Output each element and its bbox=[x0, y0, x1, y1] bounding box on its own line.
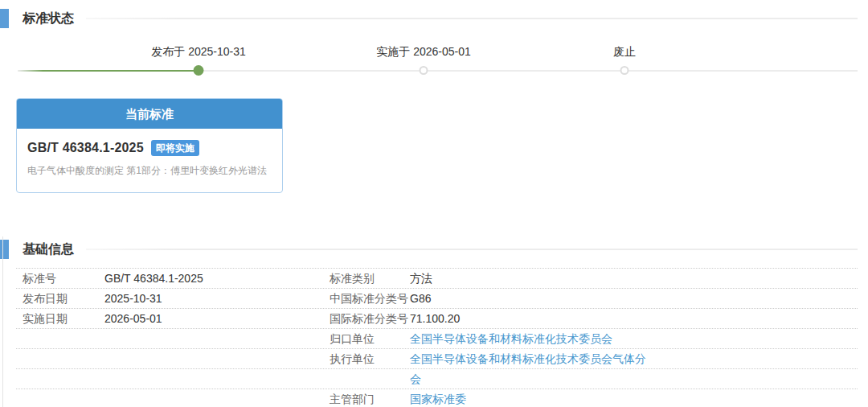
section-divider bbox=[86, 249, 858, 250]
field-label-centralized-unit: 归口单位 bbox=[321, 329, 402, 348]
standard-detail-page: 标准状态 发布于 2025-10-31 实施于 2026-05-01 废止 当前… bbox=[0, 0, 868, 407]
status-badge: 即将实施 bbox=[151, 140, 199, 156]
centralized-unit-link[interactable]: 全国半导体设备和材料标准化技术委员会 bbox=[410, 332, 612, 345]
timeline-dot-abolished bbox=[620, 66, 629, 75]
table-row: 执行单位 全国半导体设备和材料标准化技术委员会气体分 bbox=[16, 349, 858, 369]
basic-info-section: 基础信息 标准号 GB/T 46384.1-2025 标准类别 方法 发布日期 … bbox=[0, 239, 868, 407]
basic-info-table: 标准号 GB/T 46384.1-2025 标准类别 方法 发布日期 2025-… bbox=[16, 268, 858, 407]
field-label-empty bbox=[321, 369, 402, 388]
status-section: 标准状态 发布于 2025-10-31 实施于 2026-05-01 废止 当前… bbox=[0, 0, 868, 193]
executive-unit-link[interactable]: 全国半导体设备和材料标准化技术委员会气体分 bbox=[410, 352, 646, 365]
status-timeline: 发布于 2025-10-31 实施于 2026-05-01 废止 bbox=[0, 29, 868, 80]
executive-unit-link-wrap[interactable]: 会 bbox=[410, 372, 421, 385]
field-value-ics-code: 71.100.20 bbox=[402, 309, 858, 328]
status-section-title: 标准状态 bbox=[23, 10, 74, 27]
field-label-empty bbox=[16, 349, 98, 368]
current-standard-card[interactable]: 当前标准 GB/T 46384.1-2025 即将实施 电子气体中酸度的测定 第… bbox=[16, 98, 283, 193]
field-label-ccs-code: 中国标准分类号 bbox=[321, 289, 402, 308]
field-label-implement-date: 实施日期 bbox=[16, 309, 98, 328]
standard-name: 电子气体中酸度的测定 第1部分：傅里叶变换红外光谱法 bbox=[27, 164, 272, 178]
field-value-category: 方法 bbox=[402, 269, 858, 288]
field-label-authority: 主管部门 bbox=[321, 389, 402, 407]
field-label-empty bbox=[16, 329, 98, 348]
field-value-standard-no: GB/T 46384.1-2025 bbox=[98, 269, 321, 288]
basic-info-section-title: 基础信息 bbox=[23, 241, 74, 258]
field-value-empty bbox=[98, 349, 321, 368]
table-row: 发布日期 2025-10-31 中国标准分类号 G86 bbox=[16, 289, 858, 309]
field-label-empty bbox=[16, 389, 98, 407]
table-row: 标准号 GB/T 46384.1-2025 标准类别 方法 bbox=[16, 269, 858, 289]
status-section-header: 标准状态 bbox=[0, 8, 868, 29]
standard-code: GB/T 46384.1-2025 bbox=[27, 141, 144, 155]
field-value-publish-date: 2025-10-31 bbox=[98, 289, 321, 308]
timeline-label-published: 发布于 2025-10-31 bbox=[151, 45, 246, 60]
timeline-dot-published bbox=[194, 65, 204, 76]
field-label-publish-date: 发布日期 bbox=[16, 289, 98, 308]
table-row: 实施日期 2026-05-01 国际标准分类号 71.100.20 bbox=[16, 309, 858, 329]
section-divider bbox=[86, 18, 858, 19]
field-label-category: 标准类别 bbox=[321, 269, 402, 288]
table-row: 主管部门 国家标准委 bbox=[16, 389, 858, 407]
field-value-empty bbox=[98, 369, 321, 388]
authority-link[interactable]: 国家标准委 bbox=[410, 393, 466, 405]
field-label-executive-unit: 执行单位 bbox=[321, 349, 402, 368]
timeline-label-abolished: 废止 bbox=[613, 45, 636, 60]
field-label-ics-code: 国际标准分类号 bbox=[321, 309, 402, 328]
section-marker-icon bbox=[0, 240, 9, 259]
field-value-implement-date: 2026-05-01 bbox=[98, 309, 321, 328]
field-value-empty bbox=[98, 389, 321, 407]
basic-info-section-header: 基础信息 bbox=[0, 239, 868, 260]
timeline-label-implemented: 实施于 2026-05-01 bbox=[376, 45, 471, 60]
timeline-dot-implemented bbox=[420, 66, 428, 75]
field-label-empty bbox=[16, 369, 98, 388]
current-standard-card-body: GB/T 46384.1-2025 即将实施 电子气体中酸度的测定 第1部分：傅… bbox=[17, 129, 282, 192]
field-label-standard-no: 标准号 bbox=[16, 269, 98, 288]
table-row: 归口单位 全国半导体设备和材料标准化技术委员会 bbox=[16, 329, 858, 349]
field-value-ccs-code: G86 bbox=[402, 289, 858, 308]
table-row: 会 bbox=[16, 369, 858, 389]
section-marker-icon bbox=[0, 9, 9, 28]
timeline-progress bbox=[18, 70, 199, 72]
panel-left-border bbox=[2, 236, 3, 407]
field-value-empty bbox=[98, 329, 321, 348]
current-standard-card-header: 当前标准 bbox=[17, 99, 282, 129]
